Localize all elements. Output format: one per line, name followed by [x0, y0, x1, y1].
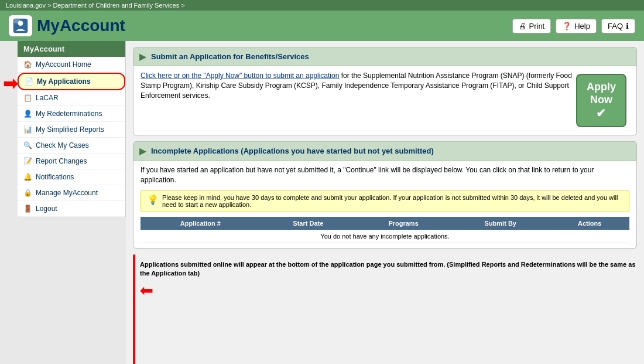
- sidebar-item-check-my-cases[interactable]: 🔍 Check My Cases: [18, 138, 125, 154]
- main-container: ➡ MyAccount 🏠 MyAccount Home 📄 My Applic…: [0, 41, 644, 364]
- submit-section-text: Click here or on the "Apply Now" button …: [141, 71, 629, 100]
- logout-icon: 🚪: [23, 205, 32, 213]
- sidebar-title: MyAccount: [18, 41, 125, 57]
- apply-now-button[interactable]: Apply Now ✔: [576, 74, 626, 127]
- sidebar-item-my-applications[interactable]: 📄 My Applications: [18, 73, 125, 90]
- document-icon: 📄: [25, 77, 33, 86]
- sidebar-item-manage-myaccount[interactable]: 🔒 Manage MyAccount: [18, 185, 125, 201]
- sidebar-item-report-changes[interactable]: 📝 Report Changes: [18, 154, 125, 169]
- content-area: ▶ Submit an Application for Benefits/Ser…: [126, 41, 644, 364]
- header-buttons: 🖨 Print ❓ Help FAQ ℹ: [512, 19, 636, 33]
- col-programs: Programs: [356, 217, 451, 230]
- report-icon: 📊: [23, 125, 32, 134]
- sidebar-item-lacar[interactable]: 📋 LaCAR: [18, 90, 125, 106]
- submitted-section-body: The table below displays applications yo…: [134, 325, 135, 364]
- sidebar-item-logout[interactable]: 🚪 Logout: [18, 201, 125, 217]
- submitted-section-header: ▶ Submitted Applications (Applications y…: [134, 256, 135, 325]
- col-submit-by: Submit By: [451, 217, 550, 230]
- right-annotation-text: Applications submitted online will appea…: [140, 260, 637, 278]
- submit-section-body: Apply Now ✔ Click here or on the "Apply …: [133, 66, 636, 135]
- submit-section-title: Submit an Application for Benefits/Servi…: [151, 52, 309, 61]
- search-icon: 🔍: [23, 141, 32, 149]
- col-actions: Actions: [550, 217, 629, 230]
- faq-button[interactable]: FAQ ℹ: [601, 19, 635, 33]
- apply-now-link[interactable]: Click here or on the "Apply Now" button …: [141, 72, 339, 80]
- empty-message: You do not have any incomplete applicati…: [141, 230, 629, 243]
- incomplete-intro: If you have started an application but h…: [141, 165, 629, 185]
- right-annotation-area: Applications submitted online will appea…: [140, 254, 637, 300]
- logo-area: MyAccount: [9, 15, 125, 36]
- incomplete-section: ▶ Incomplete Applications (Applications …: [133, 141, 637, 249]
- person-icon: 👤: [23, 110, 32, 118]
- bell-icon: 🔔: [23, 173, 32, 181]
- submitted-area: ▶ Submitted Applications (Applications y…: [133, 254, 637, 364]
- submit-section-header: ▶ Submit an Application for Benefits/Ser…: [133, 47, 636, 66]
- svg-rect-2: [14, 19, 20, 23]
- help-button[interactable]: ❓ Help: [556, 19, 597, 33]
- sidebar-item-notifications[interactable]: 🔔 Notifications: [18, 169, 125, 185]
- print-button[interactable]: 🖨 Print: [512, 19, 551, 33]
- table-row: You do not have any incomplete applicati…: [141, 230, 629, 243]
- lacar-icon: 📋: [23, 94, 32, 102]
- printer-icon: 🖨: [519, 22, 526, 30]
- warning-icon: 💡: [147, 194, 159, 205]
- left-arrow-icon: ➡: [140, 281, 153, 300]
- red-arrow-container: ➡: [3, 73, 18, 94]
- home-icon: 🏠: [23, 60, 32, 69]
- incomplete-section-header: ▶ Incomplete Applications (Applications …: [133, 142, 636, 161]
- incomplete-section-body: If you have started an application but h…: [133, 161, 636, 248]
- submitted-section: ▶ Submitted Applications (Applications y…: [133, 254, 135, 364]
- warning-text: Please keep in mind, you have 30 days to…: [162, 194, 623, 208]
- sidebar-area: ➡ MyAccount 🏠 MyAccount Home 📄 My Applic…: [0, 41, 126, 364]
- logo-text: MyAccount: [37, 16, 125, 35]
- sidebar: MyAccount 🏠 MyAccount Home 📄 My Applicat…: [18, 41, 126, 217]
- col-app-num: Application #: [141, 217, 261, 230]
- incomplete-section-title: Incomplete Applications (Applications yo…: [151, 147, 434, 155]
- help-icon: ❓: [562, 22, 571, 30]
- play-icon: ▶: [139, 51, 146, 62]
- sidebar-item-my-simplified-reports[interactable]: 📊 My Simplified Reports: [18, 122, 125, 138]
- sidebar-item-my-redeterminations[interactable]: 👤 My Redeterminations: [18, 106, 125, 122]
- breadcrumb: Louisiana.gov > Department of Children a…: [0, 0, 644, 11]
- submit-section: ▶ Submit an Application for Benefits/Ser…: [133, 47, 637, 135]
- red-arrow-icon: ➡: [3, 73, 18, 94]
- play-icon-2: ▶: [139, 145, 146, 157]
- col-start-date: Start Date: [261, 217, 356, 230]
- sidebar-item-myaccount-home[interactable]: 🏠 MyAccount Home: [18, 57, 125, 73]
- lock-icon: 🔒: [23, 189, 32, 197]
- incomplete-warning-box: 💡 Please keep in mind, you have 30 days …: [141, 190, 629, 212]
- logo-icon: [9, 15, 32, 36]
- header: MyAccount 🖨 Print ❓ Help FAQ ℹ: [0, 11, 644, 41]
- info-icon: ℹ: [626, 22, 629, 30]
- account-icon-svg: [12, 18, 29, 34]
- incomplete-table: Application # Start Date Programs Submit…: [141, 217, 629, 243]
- document2-icon: 📝: [23, 157, 32, 165]
